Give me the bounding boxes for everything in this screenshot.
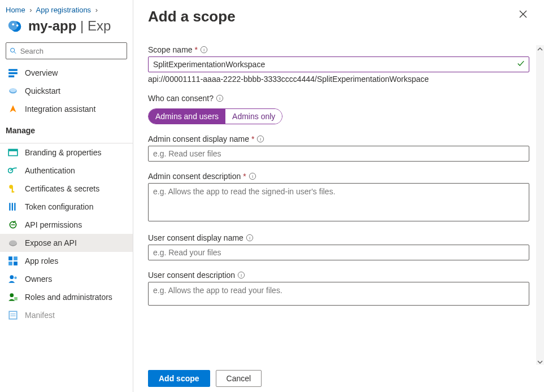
- svg-rect-7: [8, 72, 18, 74]
- user-desc-label: User consent description i: [148, 271, 529, 280]
- svg-rect-31: [9, 311, 17, 319]
- page-title-row: my-app | Exp: [0, 16, 133, 42]
- page-subtitle: | Exp: [76, 18, 111, 33]
- overview-icon: [8, 68, 18, 78]
- info-icon[interactable]: i: [249, 172, 256, 180]
- sidebar-item-quickstart[interactable]: Quickstart: [0, 82, 133, 100]
- sidebar-item-label: Branding & properties: [25, 148, 101, 157]
- svg-point-29: [10, 293, 14, 297]
- scope-name-label: Scope name * i: [148, 45, 529, 54]
- manifest-icon: [8, 310, 18, 320]
- sidebar-item-label: Integration assistant: [25, 104, 95, 114]
- label-text: Who can consent?: [148, 94, 214, 103]
- label-text: Scope name: [148, 45, 193, 54]
- sidebar-item-label: App roles: [25, 256, 58, 265]
- svg-rect-17: [9, 203, 10, 211]
- svg-rect-19: [14, 203, 15, 211]
- panel-footer: Add scope Cancel: [133, 365, 544, 392]
- breadcrumb-home[interactable]: Home: [6, 6, 25, 14]
- sidebar-item-manifest[interactable]: Manifest: [0, 306, 133, 324]
- search-input-wrap[interactable]: [6, 42, 127, 59]
- info-icon[interactable]: i: [200, 46, 208, 54]
- sidebar-item-label: API permissions: [25, 220, 82, 229]
- svg-text:i: i: [252, 174, 253, 179]
- info-icon[interactable]: i: [256, 135, 264, 143]
- scrollbar[interactable]: [536, 45, 544, 366]
- svg-rect-26: [14, 262, 18, 265]
- consent-toggle: Admins and users Admins only: [148, 108, 282, 124]
- scope-name-input[interactable]: [148, 56, 529, 72]
- label-text: User consent display name: [148, 233, 243, 242]
- label-text: Admin consent description: [148, 172, 241, 181]
- breadcrumb-appreg[interactable]: App registrations: [36, 6, 92, 14]
- key-icon: [8, 184, 18, 194]
- admin-display-input[interactable]: [148, 146, 529, 162]
- svg-line-5: [14, 52, 16, 54]
- svg-text:i: i: [219, 96, 220, 101]
- panel-scroll-area[interactable]: Scope name * i api://00001111-aaaa-2222-…: [133, 45, 536, 366]
- sidebar-item-certs[interactable]: Certificates & secrets: [0, 180, 133, 198]
- branding-icon: [8, 147, 18, 158]
- owners-icon: [8, 274, 18, 284]
- panel-title: Add a scope: [148, 8, 236, 25]
- sidebar-item-branding[interactable]: Branding & properties: [0, 143, 133, 162]
- sidebar-item-label: Authentication: [25, 166, 75, 175]
- label-text: Admin consent display name: [148, 134, 249, 143]
- svg-rect-16: [12, 191, 15, 193]
- sidebar-item-owners[interactable]: Owners: [0, 270, 133, 288]
- rocket-icon: [8, 104, 18, 114]
- info-icon[interactable]: i: [237, 271, 245, 279]
- cancel-button[interactable]: Cancel: [216, 370, 262, 387]
- consent-admins-users[interactable]: Admins and users: [149, 109, 225, 124]
- label-text: User consent description: [148, 271, 235, 280]
- sidebar-item-token[interactable]: Token configuration: [0, 198, 133, 216]
- chevron-right-icon: ›: [29, 6, 32, 14]
- app-name: my-app: [28, 18, 76, 33]
- roles-admins-icon: [8, 292, 18, 302]
- sidebar-item-label: Expose an API: [25, 238, 77, 247]
- admin-desc-input[interactable]: [148, 183, 529, 221]
- close-button[interactable]: [517, 8, 529, 20]
- sidebar-item-auth[interactable]: Authentication: [0, 162, 133, 180]
- user-desc-input[interactable]: [148, 282, 529, 306]
- svg-rect-12: [8, 149, 18, 151]
- svg-rect-25: [8, 262, 12, 265]
- app-roles-icon: [8, 256, 18, 266]
- sidebar-item-label: Quickstart: [25, 86, 60, 95]
- sidebar-item-api-perm[interactable]: API permissions: [0, 216, 133, 234]
- app-logo-icon: [7, 18, 24, 34]
- user-display-input[interactable]: [148, 245, 529, 260]
- add-scope-button[interactable]: Add scope: [148, 370, 210, 387]
- info-icon[interactable]: i: [246, 234, 254, 242]
- sidebar-item-app-roles[interactable]: App roles: [0, 252, 133, 270]
- required-asterisk: *: [251, 134, 254, 143]
- page-title: my-app | Exp: [28, 18, 111, 34]
- sidebar-section-manage: Manage: [0, 118, 133, 140]
- svg-text:i: i: [203, 47, 204, 53]
- svg-point-10: [10, 89, 16, 93]
- close-icon: [519, 10, 528, 19]
- svg-point-22: [9, 241, 17, 246]
- valid-check-icon: [517, 60, 525, 69]
- consent-admins-only[interactable]: Admins only: [225, 109, 282, 124]
- sidebar-item-overview[interactable]: Overview: [0, 64, 133, 82]
- scrollbar-track[interactable]: [536, 53, 544, 358]
- svg-rect-8: [8, 76, 14, 77]
- svg-point-3: [16, 24, 19, 27]
- sidebar-item-label: Token configuration: [25, 202, 93, 211]
- svg-rect-23: [8, 256, 12, 260]
- scroll-up-icon[interactable]: [536, 45, 544, 53]
- svg-text:i: i: [260, 137, 262, 142]
- auth-icon: [8, 165, 18, 176]
- sidebar-item-expose-api[interactable]: Expose an API: [0, 234, 133, 252]
- svg-rect-18: [12, 203, 13, 211]
- info-icon[interactable]: i: [216, 94, 224, 102]
- token-icon: [8, 202, 18, 212]
- sidebar-item-roles-admins[interactable]: Roles and administrators: [0, 288, 133, 306]
- permissions-icon: [8, 220, 18, 230]
- scope-uri-hint: api://00001111-aaaa-2222-bbbb-3333cccc44…: [148, 75, 529, 84]
- search-input[interactable]: [20, 47, 123, 55]
- sidebar-item-label: Overview: [25, 68, 58, 77]
- breadcrumb: Home › App registrations ›: [0, 0, 133, 16]
- sidebar-item-integration[interactable]: Integration assistant: [0, 100, 133, 118]
